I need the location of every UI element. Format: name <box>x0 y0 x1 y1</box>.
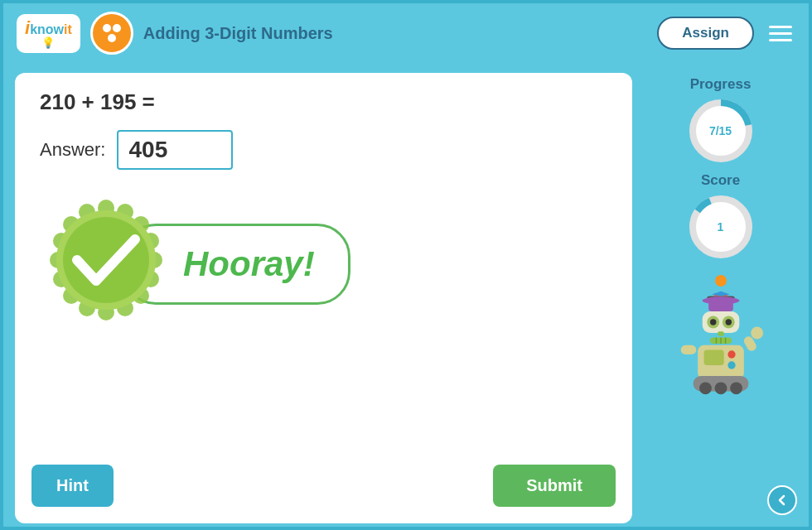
svg-point-43 <box>727 361 735 369</box>
bottom-bar: Hint Submit <box>31 465 616 507</box>
main-content: 210 + 195 = Answer: <box>3 63 809 530</box>
question-text: 210 + 195 = <box>40 89 607 115</box>
header-right: Assign <box>657 17 795 50</box>
svg-point-1 <box>113 24 121 32</box>
svg-point-34 <box>725 319 731 325</box>
right-panel: Progress 7/15 Score 1 <box>644 73 797 523</box>
svg-point-46 <box>751 327 763 340</box>
score-value: 1 <box>718 220 724 234</box>
progress-section: Progress 7/15 <box>688 76 754 164</box>
nav-back-button[interactable] <box>767 485 797 515</box>
logo-bulb-icon: 💡 <box>41 37 55 48</box>
logo-container: i know it 💡 <box>17 14 80 53</box>
menu-line-2 <box>769 32 792 35</box>
logo-box: i know it 💡 <box>17 14 80 53</box>
menu-line-3 <box>769 39 792 41</box>
robot-container <box>671 275 771 398</box>
dots-icon <box>99 21 124 46</box>
score-section: Score 1 <box>688 172 754 260</box>
answer-input[interactable] <box>117 130 233 170</box>
robot-illustration <box>671 290 771 398</box>
score-circle: 1 <box>688 194 754 260</box>
hooray-text: Hooray! <box>183 244 315 283</box>
lesson-title: Adding 3-Digit Numbers <box>143 24 333 43</box>
menu-line-1 <box>769 26 792 28</box>
svg-rect-41 <box>703 349 723 365</box>
svg-rect-44 <box>680 345 696 354</box>
menu-button[interactable] <box>766 22 795 45</box>
answer-row: Answer: <box>40 130 607 170</box>
logo-it: it <box>64 23 72 36</box>
lesson-icon <box>90 12 133 55</box>
logo-know: know <box>30 23 64 36</box>
left-panel: 210 + 195 = Answer: <box>15 73 632 523</box>
svg-point-2 <box>108 34 116 42</box>
assign-button[interactable]: Assign <box>657 17 754 50</box>
back-arrow-icon <box>775 493 790 508</box>
svg-rect-29 <box>708 301 733 311</box>
app-header: i know it 💡 Adding 3-Digit Numbers Assig… <box>3 3 809 63</box>
score-title: Score <box>701 172 740 189</box>
hint-button[interactable]: Hint <box>31 465 114 507</box>
svg-point-51 <box>775 493 790 508</box>
svg-rect-35 <box>718 331 723 336</box>
svg-point-0 <box>103 24 111 32</box>
progress-value: 7/15 <box>709 124 732 137</box>
correct-badge <box>40 198 172 330</box>
svg-point-42 <box>727 350 735 358</box>
svg-point-50 <box>730 382 742 394</box>
svg-point-49 <box>714 382 727 394</box>
progress-title: Progress <box>690 76 752 93</box>
submit-button[interactable]: Submit <box>493 465 616 507</box>
answer-label: Answer: <box>40 139 105 161</box>
coin-icon <box>715 275 727 287</box>
svg-point-33 <box>710 319 716 325</box>
svg-point-48 <box>699 382 712 394</box>
hooray-container: Hooray! <box>40 198 607 330</box>
progress-circle: 7/15 <box>688 98 754 164</box>
